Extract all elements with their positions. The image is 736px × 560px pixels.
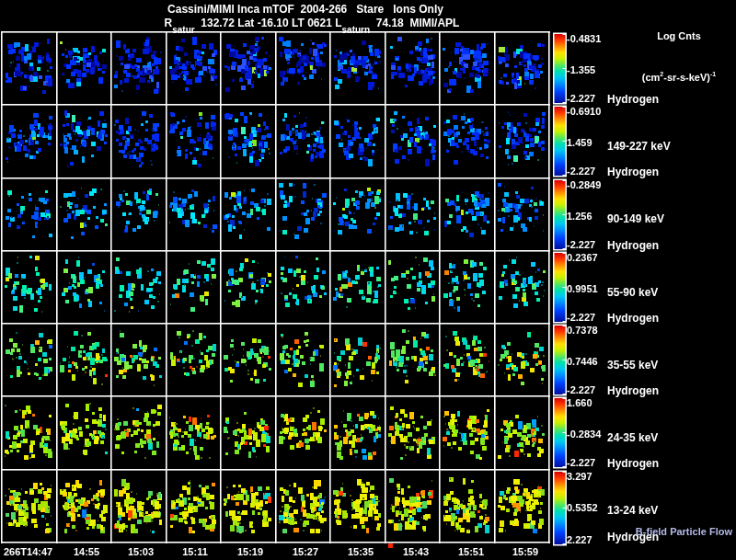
l-label: L [335,17,341,29]
species-label: Hydrogen [607,165,664,180]
colorbar-tick-top: 3.297 [567,472,592,482]
colorbar-tick-mid: 1.256 [567,211,592,222]
colorbar-tick-bottom: -2.227 [567,385,595,395]
time-tick-label: 15:43 [388,546,443,557]
species-label: Hydrogen [607,311,659,326]
colorbar-tick-bottom: 2.227 [567,535,592,545]
r-label: R [165,17,173,29]
mimi-inca-display: Cassini/MIMI Inca mTOF 2004-266 Stare Io… [0,0,736,560]
colorbar-tick-top: -0.2849 [567,180,601,190]
time-tick-label: 15:35 [333,546,388,557]
legend-title: Log Cnts [615,29,736,42]
time-tick-label: 15:59 [498,546,553,557]
colorbar-tick-top: 0.2367 [567,253,598,263]
colorbar-tick-mid: 0.5352 [567,503,598,513]
colorbar-tick-mid: 0.9951 [567,284,598,294]
time-tick-label: 15:19 [223,546,278,557]
l-subscript: saturn [342,25,371,35]
bfield-flow-label: B-field Particle Flow [636,526,732,537]
r-subscript: satur [172,25,194,35]
species-label: Hydrogen [607,383,659,399]
colorbar-tick-bottom: -2.227 [567,240,595,250]
time-tick-label: 15:11 [167,546,223,557]
ephemeris-readout: Rsatur 132.72 Lat -16.10 LT 0621 Lsaturn… [13,17,611,29]
species-label: Hydrogen [607,456,659,472]
page-title: Cassini/MIMI Inca mTOF 2004-266 Stare Io… [11,3,600,16]
time-tick-label: 15:51 [443,546,499,557]
time-tick-label: 15:03 [113,546,168,557]
colorbar-tick-mid: -0.2834 [567,429,601,440]
time-tick-label: 15:27 [278,546,333,557]
colorbar-tick-mid: 1.459 [567,138,592,148]
colorbar-tick-top: -0.4831 [567,34,601,44]
species-label: Hydrogen [607,92,671,108]
colorbar-tick-bottom: -2.227 [567,313,595,323]
colorbar-tick-mid: -1.355 [567,65,595,75]
colorbar-tick-top: 0.7378 [567,326,598,336]
colorbar-tick-top: -0.6910 [567,107,601,117]
ephemeris-values: 132.72 Lat -16.10 LT 0621 [195,17,336,29]
l-value-credit: 74.18 MIMI/APL [370,17,459,29]
colorbar-tick-bottom: -2.227 [567,94,595,104]
colorbar-tick-top: 1.660 [567,398,592,408]
colorbar-tick-mid: 0.7446 [567,357,598,367]
time-tick-label: 14:55 [59,546,114,557]
colorbar-tick-bottom: -2.227 [567,458,595,468]
species-label: Hydrogen [607,238,659,254]
colorbar-tick-bottom: -2.227 [567,166,595,177]
